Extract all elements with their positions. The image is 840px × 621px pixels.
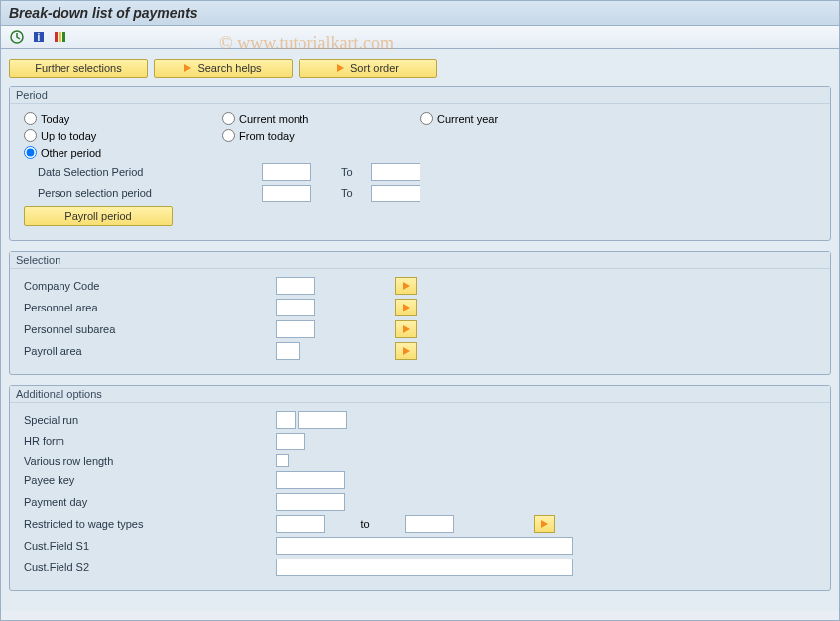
payee-key-label: Payee key (24, 474, 276, 486)
cust-field-s1-label: Cust.Field S1 (24, 540, 276, 552)
search-helps-button[interactable]: Search helps (154, 59, 293, 78)
period-legend: Period (10, 87, 830, 104)
person-selection-to-input[interactable] (371, 185, 420, 202)
cust-field-s1-input[interactable] (276, 537, 573, 555)
arrow-right-icon (541, 520, 548, 528)
data-selection-to-input[interactable] (371, 163, 420, 181)
payment-day-input[interactable] (276, 493, 345, 511)
to-label: To (311, 187, 371, 199)
data-selection-label: Data Selection Period (24, 166, 262, 178)
payroll-area-multiselect-button[interactable] (395, 342, 417, 360)
personnel-area-label: Personnel area (24, 302, 276, 313)
arrow-right-icon (403, 347, 410, 355)
radio-other-period[interactable]: Other period (24, 146, 163, 159)
payroll-area-input[interactable] (276, 342, 300, 360)
additional-options-legend: Additional options (10, 386, 830, 403)
restricted-wage-label: Restricted to wage types (24, 518, 276, 530)
hr-form-label: HR form (24, 435, 276, 447)
special-run-input-2[interactable] (298, 411, 347, 429)
cust-field-s2-input[interactable] (276, 559, 573, 576)
svg-rect-3 (55, 32, 58, 42)
arrow-right-icon (403, 325, 410, 333)
info-icon[interactable]: i (31, 29, 47, 45)
selection-legend: Selection (10, 252, 830, 269)
payroll-period-button[interactable]: Payroll period (24, 206, 173, 226)
to-label: To (311, 166, 371, 178)
person-selection-from-input[interactable] (262, 185, 311, 202)
further-selections-button[interactable]: Further selections (9, 59, 148, 78)
svg-rect-5 (62, 32, 65, 42)
radio-today[interactable]: Today (24, 112, 163, 125)
payroll-area-label: Payroll area (24, 345, 276, 357)
personnel-subarea-multiselect-button[interactable] (395, 320, 417, 338)
various-row-length-checkbox[interactable] (276, 454, 289, 467)
page-title: Break-down list of payments (1, 1, 839, 26)
arrow-right-icon (403, 282, 410, 290)
payee-key-input[interactable] (276, 471, 345, 489)
data-selection-from-input[interactable] (262, 163, 311, 181)
radio-current-month[interactable]: Current month (222, 112, 361, 125)
restricted-wage-to-input[interactable] (405, 515, 454, 533)
cust-field-s2-label: Cust.Field S2 (24, 561, 276, 573)
svg-rect-4 (59, 32, 61, 42)
payment-day-label: Payment day (24, 496, 276, 508)
to-label-lc: to (325, 518, 405, 530)
arrow-right-icon (403, 304, 410, 311)
svg-text:i: i (38, 32, 41, 43)
various-row-length-label: Various row length (24, 455, 276, 467)
personnel-area-input[interactable] (276, 299, 315, 316)
personnel-area-multiselect-button[interactable] (395, 299, 417, 316)
restricted-wage-from-input[interactable] (276, 515, 325, 533)
radio-up-to-today[interactable]: Up to today (24, 129, 163, 142)
top-button-row: Further selections Search helps Sort ord… (9, 59, 831, 78)
restricted-wage-multiselect-button[interactable] (534, 515, 555, 533)
person-selection-label: Person selection period (24, 187, 262, 199)
additional-options-group: Additional options Special run HR form V… (9, 385, 831, 591)
special-run-label: Special run (24, 414, 276, 426)
sort-order-button[interactable]: Sort order (299, 59, 437, 78)
personnel-subarea-label: Personnel subarea (24, 323, 276, 335)
special-run-input-1[interactable] (276, 411, 296, 429)
hr-form-input[interactable] (276, 433, 305, 450)
execute-icon[interactable] (9, 29, 25, 45)
company-code-label: Company Code (24, 280, 276, 292)
selection-group: Selection Company Code Personnel area Pe… (9, 251, 831, 375)
app-toolbar: i (1, 26, 839, 49)
arrow-right-icon (337, 64, 344, 72)
company-code-input[interactable] (276, 277, 315, 295)
company-code-multiselect-button[interactable] (395, 277, 417, 295)
radio-current-year[interactable]: Current year (420, 112, 559, 125)
radio-from-today[interactable]: From today (222, 129, 361, 142)
layout-icon[interactable] (53, 29, 68, 45)
period-group: Period Today Current month Current year … (9, 86, 831, 241)
personnel-subarea-input[interactable] (276, 320, 315, 338)
arrow-right-icon (184, 64, 191, 72)
